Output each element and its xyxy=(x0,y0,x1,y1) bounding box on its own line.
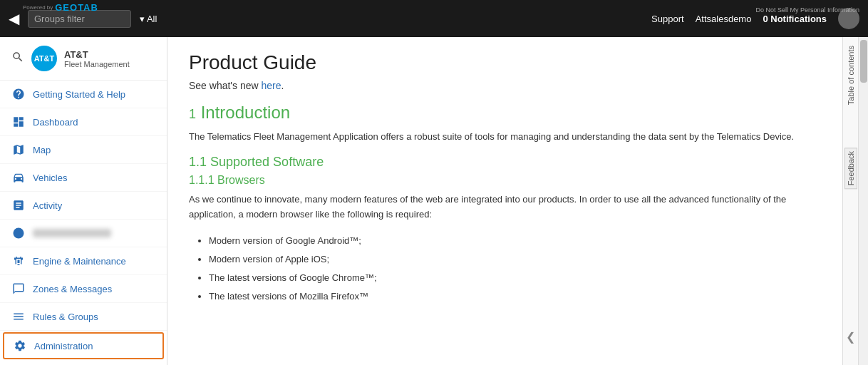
svg-point-0 xyxy=(14,228,24,239)
engine-icon xyxy=(11,254,26,268)
scrollbar[interactable] xyxy=(858,37,868,365)
user-label: Attsalesdemo xyxy=(696,14,752,24)
list-item: The latest versions of Google Chrome™; xyxy=(209,269,821,287)
here-link[interactable]: here xyxy=(262,80,281,91)
sidebar-item-label-map: Map xyxy=(33,145,51,155)
sidebar-item-vehicles[interactable]: Vehicles xyxy=(0,164,167,192)
sidebar-item-activity[interactable]: Activity xyxy=(0,192,167,220)
sidebar-item-label-getting-started: Getting Started & Help xyxy=(33,89,125,100)
topbar: ◀ ▾ All Support Attsalesdemo 0 Notificat… xyxy=(0,0,868,37)
sidebar-item-blurred xyxy=(0,220,167,247)
section111-body: As we continue to innovate, many modern … xyxy=(189,192,821,222)
do-not-sell[interactable]: Do Not Sell My Personal Information xyxy=(755,2,859,15)
sidebar-item-label-zones: Zones & Messages xyxy=(33,284,112,294)
company-name: AT&T xyxy=(64,49,130,60)
section11-title: 1.1 Supported Software xyxy=(189,155,821,170)
page-title: Product Guide xyxy=(189,51,821,74)
map-icon xyxy=(11,143,26,157)
list-item: The latest versions of Mozilla Firefox™ xyxy=(209,287,821,306)
support-link[interactable]: Support xyxy=(651,14,684,24)
dashboard-icon xyxy=(11,115,26,129)
sidebar-item-label-activity: Activity xyxy=(33,200,62,211)
scrollbar-thumb[interactable] xyxy=(860,40,867,83)
sidebar-item-label-administration: Administration xyxy=(34,341,93,351)
list-item: Modern version of Apple iOS; xyxy=(209,250,821,269)
all-dropdown[interactable]: ▾ All xyxy=(140,14,157,24)
toc-sidebar: Table of contents Feedback ❮ xyxy=(842,37,858,365)
help-icon xyxy=(11,87,26,101)
sidebar-item-rules-groups[interactable]: Rules & Groups xyxy=(0,303,167,331)
sidebar-header: AT&T AT&T Fleet Management xyxy=(0,37,167,81)
collapse-toc-icon[interactable]: ❮ xyxy=(846,331,855,343)
powered-by-label: Powered by xyxy=(23,4,53,11)
list-item: Modern version of Google Android™; xyxy=(209,232,821,250)
sidebar-item-engine-maintenance[interactable]: Engine & Maintenance xyxy=(0,247,167,275)
back-button[interactable]: ◀ xyxy=(9,10,19,27)
admin-icon xyxy=(13,339,27,353)
sidebar-item-label-dashboard: Dashboard xyxy=(33,117,78,128)
zones-icon xyxy=(11,282,26,296)
section111-title: 1.1.1 Browsers xyxy=(189,174,821,187)
sidebar-item-label-engine: Engine & Maintenance xyxy=(33,256,126,267)
blurred-icon xyxy=(11,226,26,240)
rules-icon xyxy=(11,309,26,324)
company-info: AT&T Fleet Management xyxy=(64,49,130,68)
sidebar-item-label-rules: Rules & Groups xyxy=(33,312,98,322)
search-icon[interactable] xyxy=(11,51,24,67)
sidebar-item-map[interactable]: Map xyxy=(0,136,167,164)
sidebar-item-getting-started[interactable]: Getting Started & Help xyxy=(0,81,167,108)
company-logo: AT&T xyxy=(31,46,57,71)
vehicles-icon xyxy=(11,170,26,185)
bullet-list: Modern version of Google Android™; Moder… xyxy=(189,232,821,306)
section1-title: 1 Introduction xyxy=(189,103,821,123)
sidebar-item-zones-messages[interactable]: Zones & Messages xyxy=(0,275,167,303)
sidebar-item-dashboard[interactable]: Dashboard xyxy=(0,108,167,136)
sidebar-item-administration[interactable]: Administration xyxy=(3,332,164,359)
section1-body: The Telematics Fleet Management Applicat… xyxy=(189,130,821,145)
company-sub: Fleet Management xyxy=(64,60,130,68)
geotab-logo: GEOTAB xyxy=(55,2,98,13)
main-layout: AT&T AT&T Fleet Management Getting Start… xyxy=(0,37,868,365)
toc-label[interactable]: Table of contents xyxy=(847,46,855,105)
sidebar-item-label-vehicles: Vehicles xyxy=(33,173,67,183)
main-content: Product Guide See what's new here. 1 Int… xyxy=(167,37,842,365)
activity-icon xyxy=(11,198,26,212)
feedback-label[interactable]: Feedback xyxy=(844,148,857,189)
intro-text: See what's new here. xyxy=(189,80,821,91)
sidebar: AT&T AT&T Fleet Management Getting Start… xyxy=(0,37,167,365)
